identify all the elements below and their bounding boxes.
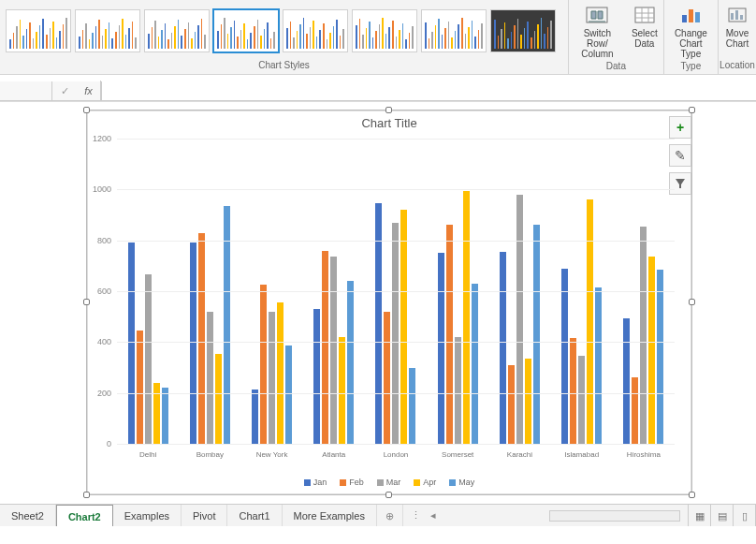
page-layout-view-icon[interactable]: ▤: [711, 505, 734, 526]
bar[interactable]: [409, 368, 415, 445]
bar[interactable]: [533, 225, 540, 444]
chart-legend[interactable]: JanFebMarAprMay: [87, 478, 691, 487]
selection-handle[interactable]: [689, 492, 695, 498]
worksheet-area[interactable]: Chart Title + ✎ 020040060080010001200 De…: [0, 101, 756, 504]
bar[interactable]: [224, 206, 230, 444]
formula-input[interactable]: [101, 81, 756, 100]
fx-icon[interactable]: fx: [77, 81, 101, 101]
sheet-tab[interactable]: More Examples: [283, 505, 377, 526]
bar[interactable]: [269, 312, 275, 444]
bar[interactable]: [455, 337, 461, 444]
bar[interactable]: [525, 359, 531, 444]
bar[interactable]: [595, 287, 602, 444]
chart-style-thumbnail[interactable]: [490, 9, 556, 52]
bar[interactable]: [128, 243, 135, 444]
bar[interactable]: [392, 223, 399, 444]
bar[interactable]: [285, 346, 292, 444]
chart-styles-group: Chart Styles: [0, 0, 569, 74]
bar[interactable]: [137, 331, 143, 444]
name-box[interactable]: [0, 81, 52, 100]
bar[interactable]: [145, 274, 152, 444]
chart-elements-button[interactable]: +: [669, 116, 691, 139]
bar[interactable]: [578, 356, 585, 444]
bar[interactable]: [153, 383, 160, 444]
bar[interactable]: [587, 199, 593, 444]
normal-view-icon[interactable]: ▦: [689, 505, 711, 526]
bar[interactable]: [252, 390, 258, 444]
bar[interactable]: [508, 365, 515, 444]
bar[interactable]: [472, 284, 478, 444]
legend-item[interactable]: Jan: [304, 478, 327, 487]
svg-rect-6: [682, 15, 687, 22]
bar[interactable]: [207, 312, 213, 444]
new-sheet-button[interactable]: ⊕: [377, 505, 403, 526]
legend-item[interactable]: May: [449, 478, 474, 487]
move-chart-icon: [724, 4, 750, 26]
select-data-button[interactable]: Select Data: [626, 0, 663, 59]
bar[interactable]: [570, 338, 576, 444]
bar[interactable]: [561, 269, 568, 444]
selection-handle[interactable]: [385, 492, 392, 498]
bar[interactable]: [438, 253, 444, 444]
location-group-label: Location: [719, 58, 756, 74]
horizontal-scrollbar[interactable]: ⋮ ◂: [403, 505, 688, 526]
page-break-view-icon[interactable]: ▯: [734, 505, 756, 526]
y-axis: 020040060080010001200: [89, 139, 115, 444]
sheet-tab[interactable]: Pivot: [182, 505, 227, 526]
bar[interactable]: [500, 252, 506, 444]
chart-style-thumbnail[interactable]: [144, 9, 210, 52]
bar[interactable]: [190, 243, 196, 444]
bar[interactable]: [277, 302, 284, 444]
formula-confirm-icon[interactable]: ✓: [52, 81, 77, 101]
bar[interactable]: [463, 191, 470, 444]
legend-item[interactable]: Feb: [340, 478, 364, 487]
switch-row-column-button[interactable]: Switch Row/ Column: [569, 0, 626, 59]
sheet-tab[interactable]: Sheet2: [0, 505, 56, 526]
bar[interactable]: [215, 354, 222, 444]
legend-item[interactable]: Apr: [414, 478, 436, 487]
selection-handle[interactable]: [83, 299, 90, 305]
formula-bar: ✓ fx: [0, 81, 756, 101]
bar[interactable]: [623, 318, 630, 444]
bar[interactable]: [347, 281, 354, 444]
sheet-tab[interactable]: Examples: [113, 505, 182, 526]
sheet-tab[interactable]: Chart1: [227, 505, 282, 526]
sheet-tab[interactable]: Chart2: [56, 505, 113, 526]
bar[interactable]: [640, 227, 647, 444]
chart-title[interactable]: Chart Title: [87, 110, 691, 132]
bar[interactable]: [330, 257, 337, 444]
bar[interactable]: [400, 210, 407, 444]
bar[interactable]: [384, 312, 390, 444]
legend-item[interactable]: Mar: [377, 478, 401, 487]
chart-style-thumbnail[interactable]: [421, 9, 487, 52]
bar[interactable]: [446, 225, 453, 444]
bar[interactable]: [162, 388, 168, 444]
bar[interactable]: [648, 257, 655, 444]
chart-style-thumbnail[interactable]: [75, 9, 140, 52]
selection-handle[interactable]: [83, 492, 90, 498]
chart-style-thumbnail[interactable]: [213, 9, 279, 52]
change-chart-type-button[interactable]: Change Chart Type: [664, 0, 718, 59]
move-chart-button[interactable]: Move Chart: [719, 0, 756, 58]
chart-style-gallery: [0, 0, 568, 58]
switch-row-column-icon: [584, 4, 610, 26]
selection-handle[interactable]: [385, 107, 392, 113]
chart-style-thumbnail[interactable]: [352, 9, 417, 52]
bar[interactable]: [313, 309, 320, 444]
bar[interactable]: [516, 195, 523, 444]
chart-object[interactable]: Chart Title + ✎ 020040060080010001200 De…: [86, 110, 692, 495]
selection-handle[interactable]: [83, 107, 90, 113]
bar[interactable]: [198, 233, 205, 444]
bar[interactable]: [339, 337, 345, 444]
plot-area[interactable]: 020040060080010001200 DelhiBombayNew Yor…: [117, 139, 675, 444]
bar[interactable]: [260, 285, 267, 444]
selection-handle[interactable]: [689, 107, 695, 113]
y-axis-tick: 400: [97, 337, 111, 346]
chart-style-thumbnail[interactable]: [283, 9, 348, 52]
x-axis-label: Atlanta: [303, 450, 365, 459]
bar[interactable]: [322, 251, 328, 444]
chart-style-thumbnail[interactable]: [6, 9, 71, 52]
selection-handle[interactable]: [689, 299, 695, 305]
bar[interactable]: [657, 270, 663, 444]
bar[interactable]: [632, 377, 638, 444]
